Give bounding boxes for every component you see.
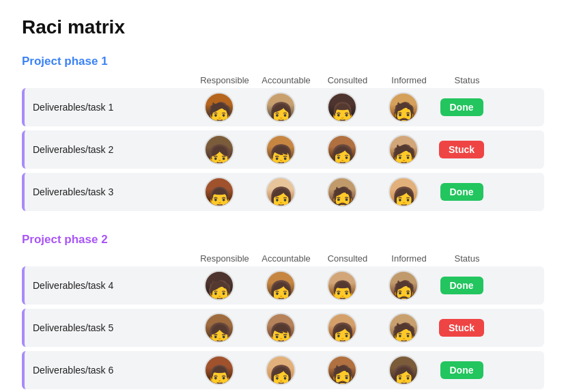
header-responsible: Responsible xyxy=(194,253,255,264)
header-consulted: Consulted xyxy=(317,253,378,264)
task-label: Deliverables/task 3 xyxy=(25,186,188,197)
avatar: 🧑 xyxy=(388,313,419,343)
page-title: Raci matrix xyxy=(22,16,544,38)
header-status: Status xyxy=(440,75,494,85)
phase-section-1: Project phase 1ResponsibleAccountableCon… xyxy=(22,55,544,211)
responsible-cell: 👨 xyxy=(188,355,250,385)
consulted-cell: 👨 xyxy=(311,92,373,122)
avatar: 👦 xyxy=(266,135,296,165)
responsible-cell: 👧 xyxy=(188,313,250,343)
consulted-cell: 🧔 xyxy=(311,177,373,207)
header-responsible: Responsible xyxy=(194,75,255,85)
table-row: Deliverables/task 1🧑👩👨🧔Done xyxy=(22,88,544,126)
avatar: 👩 xyxy=(388,355,419,385)
avatar: 🧑 xyxy=(204,270,234,300)
status-cell: Stuck xyxy=(434,319,489,337)
avatar: 👩 xyxy=(266,355,296,385)
task-label: Deliverables/task 4 xyxy=(25,280,188,291)
avatar: 🧔 xyxy=(327,177,357,207)
status-cell: Done xyxy=(434,361,489,379)
status-badge: Done xyxy=(440,277,483,294)
responsible-cell: 🧑 xyxy=(188,92,250,122)
header-informed: Informed xyxy=(378,253,440,264)
informed-cell: 🧑 xyxy=(373,313,434,343)
accountable-cell: 👦 xyxy=(250,313,311,343)
consulted-cell: 👩 xyxy=(311,135,373,165)
header-accountable: Accountable xyxy=(255,75,317,85)
avatar: 👦 xyxy=(266,313,296,343)
avatar: 🧔 xyxy=(388,270,419,300)
task-label: Deliverables/task 1 xyxy=(25,102,188,113)
avatar: 👩 xyxy=(266,177,296,207)
table-row: Deliverables/task 6👨👩🧔👩Done xyxy=(22,351,544,389)
avatar: 👧 xyxy=(204,313,234,343)
phase-section-2: Project phase 2ResponsibleAccountableCon… xyxy=(22,233,544,392)
avatar: 👨 xyxy=(204,177,234,207)
accountable-cell: 👦 xyxy=(250,135,311,165)
table-row: Deliverables/task 3👨👩🧔👩Done xyxy=(22,173,544,211)
avatar: 🧑 xyxy=(204,92,234,122)
informed-cell: 👩 xyxy=(373,177,434,207)
header-informed: Informed xyxy=(378,75,440,85)
status-cell: Stuck xyxy=(434,141,489,158)
consulted-cell: 🧔 xyxy=(311,355,373,385)
accountable-cell: 👩 xyxy=(250,355,311,385)
phase-title-2: Project phase 2 xyxy=(22,233,544,247)
consulted-cell: 👩 xyxy=(311,313,373,343)
avatar: 👧 xyxy=(204,135,234,165)
accountable-cell: 👩 xyxy=(250,92,311,122)
table-row: Deliverables/task 4🧑👩👨🧔Done xyxy=(22,266,544,305)
avatar: 🧔 xyxy=(327,355,357,385)
status-cell: Done xyxy=(434,98,489,116)
avatar: 👩 xyxy=(266,270,296,300)
responsible-cell: 👨 xyxy=(188,177,250,207)
accountable-cell: 👩 xyxy=(250,270,311,300)
responsible-cell: 🧑 xyxy=(188,270,250,300)
avatar: 🧑 xyxy=(388,135,419,165)
informed-cell: 🧑 xyxy=(373,135,434,165)
status-badge: Stuck xyxy=(439,141,484,158)
avatar: 🧔 xyxy=(388,92,419,122)
status-badge: Done xyxy=(440,183,483,201)
status-badge: Stuck xyxy=(439,319,484,337)
avatar: 👨 xyxy=(204,355,234,385)
header-consulted: Consulted xyxy=(317,75,378,85)
avatar: 👩 xyxy=(327,135,357,165)
task-label: Deliverables/task 2 xyxy=(25,144,188,155)
status-badge: Done xyxy=(440,98,483,116)
avatar: 👩 xyxy=(266,92,296,122)
table-row: Deliverables/task 2👧👦👩🧑Stuck xyxy=(22,130,544,169)
consulted-cell: 👨 xyxy=(311,270,373,300)
status-badge: Done xyxy=(440,361,483,379)
avatar: 👨 xyxy=(327,92,357,122)
header-status: Status xyxy=(440,253,494,264)
status-cell: Done xyxy=(434,277,489,294)
phase-title-1: Project phase 1 xyxy=(22,55,544,68)
accountable-cell: 👩 xyxy=(250,177,311,207)
avatar: 👩 xyxy=(388,177,419,207)
task-label: Deliverables/task 6 xyxy=(25,365,188,376)
responsible-cell: 👧 xyxy=(188,135,250,165)
informed-cell: 🧔 xyxy=(373,270,434,300)
avatar: 👨 xyxy=(327,270,357,300)
avatar: 👩 xyxy=(327,313,357,343)
table-header-row: ResponsibleAccountableConsultedInformedS… xyxy=(22,253,544,266)
header-accountable: Accountable xyxy=(255,253,317,264)
table-row: Deliverables/task 5👧👦👩🧑Stuck xyxy=(22,309,544,347)
status-cell: Done xyxy=(434,183,489,201)
informed-cell: 👩 xyxy=(373,355,434,385)
table-header-row: ResponsibleAccountableConsultedInformedS… xyxy=(22,75,544,88)
task-label: Deliverables/task 5 xyxy=(25,322,188,333)
informed-cell: 🧔 xyxy=(373,92,434,122)
